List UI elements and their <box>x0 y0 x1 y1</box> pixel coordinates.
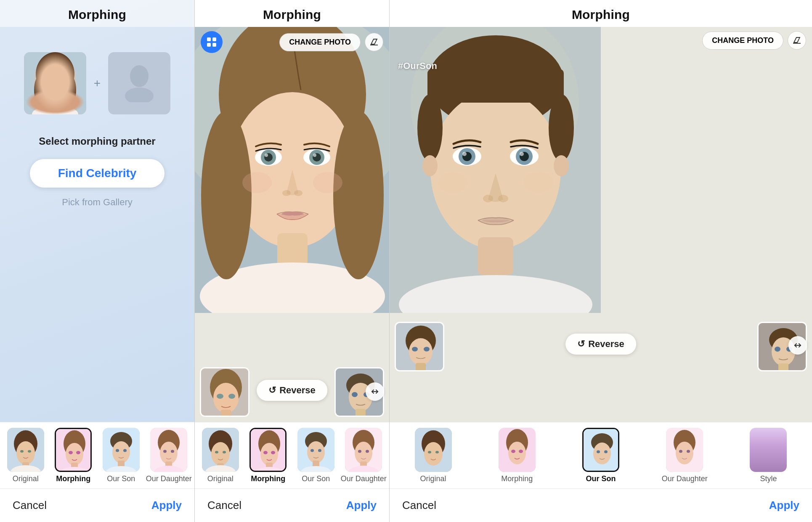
tab-ourson-p2[interactable]: Our Son <box>292 422 340 488</box>
svg-point-10 <box>64 75 76 105</box>
tab-original-p2[interactable]: Original <box>196 422 244 488</box>
svg-point-1 <box>36 52 74 96</box>
svg-point-2 <box>40 70 70 106</box>
svg-rect-69 <box>221 410 231 417</box>
svg-point-64 <box>242 172 272 193</box>
expand-button-p3l[interactable] <box>788 336 807 355</box>
panel-3-inner: Morphing CHANGE PHOTO <box>390 0 812 522</box>
erase-icon-button-p3l[interactable] <box>788 31 806 50</box>
tab-ourdaughter-p2[interactable]: Our Daughter <box>340 422 388 488</box>
svg-point-26 <box>76 451 80 454</box>
tab-thumb-morphing-p3l <box>499 428 536 472</box>
tab-label-morphing-p2: Morphing <box>251 474 285 483</box>
svg-rect-75 <box>356 409 366 417</box>
apply-button-p2[interactable]: Apply <box>346 499 377 512</box>
svg-point-90 <box>263 451 268 454</box>
tab-morphing-p1[interactable]: Morphing <box>50 422 98 488</box>
svg-point-4 <box>32 105 78 114</box>
find-celebrity-button[interactable]: Find Celebrity <box>30 159 165 188</box>
change-photo-button-p2[interactable]: CHANGE PHOTO <box>279 33 361 51</box>
reverse-label-p3l: Reverse <box>588 339 624 350</box>
svg-point-65 <box>313 172 342 193</box>
grid-icon-button[interactable] <box>201 31 223 53</box>
svg-point-76 <box>352 392 358 397</box>
overlay-thumb-left-p2[interactable] <box>200 367 249 417</box>
tab-thumb-morphing-p2 <box>249 428 287 472</box>
svg-point-145 <box>428 451 431 453</box>
tab-ourson-p3l[interactable]: Our Son <box>559 422 642 488</box>
tab-original-p3l[interactable]: Original <box>391 422 475 488</box>
tab-label-ourdaughter-p3l: Our Daughter <box>662 474 708 483</box>
tab-morphing-p2[interactable]: Morphing <box>244 422 292 488</box>
svg-point-87 <box>260 443 278 466</box>
svg-point-63 <box>294 190 303 196</box>
svg-point-140 <box>775 347 780 352</box>
svg-point-159 <box>676 442 693 464</box>
tab-thumb-ourson-p2 <box>297 428 334 472</box>
tab-thumb-ourdaughter-p2 <box>345 428 382 472</box>
plus-divider: + <box>94 77 101 90</box>
cancel-button-p1[interactable]: Cancel <box>13 499 47 512</box>
partner-photo-placeholder[interactable] <box>108 52 170 114</box>
reverse-button-p2[interactable]: ↺ Reverse <box>257 380 327 401</box>
sub-panel-left-top-bar: CHANGE PHOTO <box>390 27 812 54</box>
panel-2-image-area: CHANGE PHOTO <box>195 27 389 422</box>
tab-ourson-p1[interactable]: Our Son <box>97 422 145 488</box>
svg-point-115 <box>549 94 574 162</box>
apply-button-p3l[interactable]: Apply <box>769 499 799 512</box>
tab-thumb-original-p3l <box>415 428 452 472</box>
svg-point-32 <box>116 449 119 452</box>
source-photo[interactable] <box>24 52 86 114</box>
tab-thumb-original-p2 <box>202 428 239 472</box>
svg-point-132 <box>409 338 433 365</box>
tab-thumb-morphing-p1 <box>55 428 92 472</box>
svg-rect-113 <box>427 69 564 103</box>
cancel-button-p3l[interactable]: Cancel <box>402 499 436 512</box>
svg-rect-42 <box>212 37 216 41</box>
svg-point-91 <box>271 451 275 454</box>
tab-label-morphing-p3l: Morphing <box>501 474 533 483</box>
svg-rect-139 <box>778 363 788 371</box>
svg-point-151 <box>519 450 523 453</box>
svg-rect-44 <box>212 43 216 47</box>
svg-point-80 <box>211 442 230 466</box>
svg-rect-43 <box>207 43 211 47</box>
tab-morphing-p3l[interactable]: Morphing <box>475 422 559 488</box>
panel-2-tabs: Original Morphing <box>195 422 389 488</box>
svg-point-7 <box>58 84 64 87</box>
apply-button-p1[interactable]: Apply <box>151 499 182 512</box>
reverse-label-p2: Reverse <box>279 385 316 396</box>
expand-button-p2[interactable] <box>366 382 384 401</box>
svg-point-101 <box>355 442 372 464</box>
svg-point-104 <box>358 450 361 453</box>
svg-point-8 <box>59 85 62 87</box>
tab-ourdaughter-p3l[interactable]: Our Daughter <box>643 422 727 488</box>
erase-icon-button-p2[interactable] <box>365 33 383 51</box>
tab-original-p1[interactable]: Original <box>2 422 50 488</box>
tab-label-original-p2: Original <box>207 474 234 483</box>
panel-1-bottom-bar: Cancel Apply <box>0 488 194 522</box>
overlay-thumb-left-p3l[interactable] <box>395 322 444 371</box>
sub-panel-left: Morphing CHANGE PHOTO <box>390 0 812 522</box>
reverse-button-p3l[interactable]: ↺ Reverse <box>565 334 636 355</box>
svg-point-61 <box>313 154 316 157</box>
svg-point-160 <box>679 450 682 453</box>
pick-gallery-button[interactable]: Pick from Gallery <box>62 197 132 208</box>
svg-point-11 <box>130 65 149 87</box>
tab-thumb-ourson-p3l <box>582 428 619 472</box>
svg-point-114 <box>417 94 443 162</box>
cancel-button-p2[interactable]: Cancel <box>207 499 241 512</box>
hashtag-label-p3l: #OurSon <box>398 61 437 72</box>
tab-label-ourson-p3l: Our Son <box>586 474 616 483</box>
svg-point-135 <box>424 347 430 352</box>
svg-rect-3 <box>50 102 60 112</box>
tab-ourdaughter-p1[interactable]: Our Daughter <box>145 422 193 488</box>
svg-point-97 <box>310 449 314 452</box>
svg-point-29 <box>112 441 130 463</box>
tab-style-p3l[interactable]: Style <box>727 422 810 488</box>
svg-point-127 <box>498 195 508 202</box>
tab-label-original-p1: Original <box>13 474 39 483</box>
change-photo-button-p3l[interactable]: CHANGE PHOTO <box>702 32 783 50</box>
svg-point-129 <box>524 172 553 193</box>
top-bar-right-p3l: CHANGE PHOTO <box>702 31 806 50</box>
